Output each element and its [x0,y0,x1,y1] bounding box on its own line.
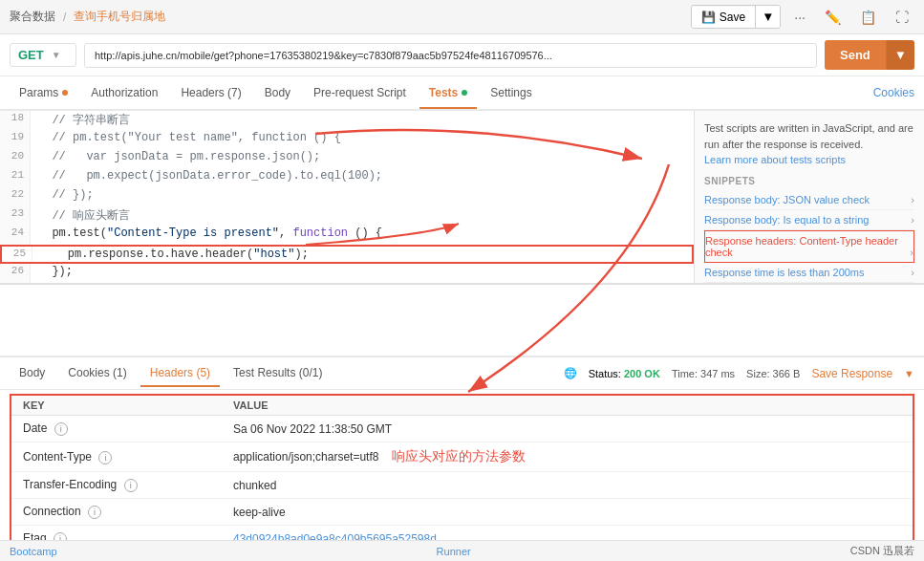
response-headers-table: KEY VALUE Date i Sa 06 Nov 2022 11:38:50… [11,396,913,552]
request-tabs: Params Authorization Headers (7) Body Pr… [0,76,924,111]
bottom-tab-testresults[interactable]: Test Results (0/1) [224,360,332,387]
send-button-group: Send ▼ [825,40,914,70]
time-text: Time: 347 ms [672,368,735,379]
value-cell: application/json;charset=utf8 响应头对应的方法参数 [222,442,913,472]
table-wrapper[interactable]: KEY VALUE Date i Sa 06 Nov 2022 11:38:50… [11,396,913,552]
edit-icon-button[interactable]: ✏️ [819,6,847,29]
info-icon[interactable]: i [88,506,101,519]
code-line-19: 19 // pm.test("Your test name", function… [0,130,694,149]
more-options-button[interactable]: ··· [788,6,811,29]
breadcrumb-part1[interactable]: 聚合数据 [10,9,55,25]
info-icon[interactable]: i [54,422,68,436]
snippets-intro: Test scripts are written in JavaScript, … [704,120,914,168]
params-dot [62,90,68,96]
snippets-label: SNIPPETS [704,176,914,186]
value-column-header: VALUE [222,396,913,416]
footer-csdn: CSDN 迅晨若 [850,544,914,558]
code-line-26: 26 }); [0,264,694,283]
snippet-item-2[interactable]: Response body: Is equal to a string › [704,210,914,230]
breadcrumb-part2[interactable]: 查询手机号归属地 [74,9,165,25]
response-headers-table-container: KEY VALUE Date i Sa 06 Nov 2022 11:38:50… [10,394,914,554]
value-cell: keep-alive [222,499,913,526]
code-editor[interactable]: 18 // 字符串断言 19 // pm.test("Your test nam… [0,111,695,283]
chevron-right-icon: › [910,247,913,258]
key-cell: Transfer-Encoding i [11,472,222,499]
bottom-section: Body Cookies (1) Headers (5) Test Result… [0,356,924,561]
tab-authorization[interactable]: Authorization [81,78,167,109]
snippet-item-4[interactable]: Response time is less than 200ms › [704,263,914,283]
table-row: Connection i keep-alive [11,499,913,526]
tab-params[interactable]: Params [10,78,77,109]
code-line-25: 25 pm.response.to.have.header("host"); [0,245,694,264]
tab-body[interactable]: Body [255,78,300,109]
table-row: Transfer-Encoding i chunked [11,472,913,499]
code-line-20: 20 // var jsonData = pm.response.json(); [0,149,694,168]
bottom-tab-cookies[interactable]: Cookies (1) [58,360,136,387]
status-text: Status: 200 OK [589,368,660,379]
code-line-18: 18 // 字符串断言 [0,111,694,130]
url-bar: GET ▼ Send ▼ [0,34,924,76]
tab-settings[interactable]: Settings [481,78,541,109]
snippet-item-5[interactable]: Status code: Successful POST request › [704,283,914,284]
status-ok: 200 OK [624,368,660,379]
top-bar: 聚合数据 / 查询手机号归属地 💾 Save ▼ ··· ✏️ 📋 ⛶ [0,0,924,34]
method-text: GET [18,48,44,62]
info-icon[interactable]: i [98,451,112,464]
table-row: Content-Type i application/json;charset=… [11,442,913,472]
key-cell: Connection i [11,499,222,526]
breadcrumb-sep: / [63,11,66,24]
value-cell: Sa 06 Nov 2022 11:38:50 GMT [222,416,913,442]
key-cell: Date i [11,416,222,442]
method-chevron-icon: ▼ [52,50,61,60]
save-response-button[interactable]: Save Response [811,367,892,380]
send-dropdown-button[interactable]: ▼ [886,40,914,70]
code-line-21: 21 // pm.expect(jsonData.error_code).to.… [0,168,694,187]
chinese-annotation: 响应头对应的方法参数 [392,448,526,464]
tab-prerequest[interactable]: Pre-request Script [304,78,416,109]
save-button-group: 💾 Save ▼ [691,5,782,29]
top-bar-actions: 💾 Save ▼ ··· ✏️ 📋 ⛶ [691,5,914,29]
bottom-tabs: Body Cookies (1) Headers (5) Test Result… [0,357,924,390]
chevron-right-icon: › [911,214,914,226]
tests-dot [462,90,467,96]
snippet-item-1[interactable]: Response body: JSON value check › [704,190,914,210]
save-icon: 💾 [701,11,716,24]
main-content: 18 // 字符串断言 19 // pm.test("Your test nam… [0,111,924,285]
save-response-chevron[interactable]: ▼ [904,368,914,379]
snippets-panel: Test scripts are written in JavaScript, … [695,111,924,283]
chevron-right-icon: › [911,194,914,205]
key-column-header: KEY [11,396,222,416]
chevron-right-icon: › [911,267,914,278]
save-dropdown-button[interactable]: ▼ [755,6,780,28]
response-status-bar: 🌐 Status: 200 OK Time: 347 ms Size: 366 … [564,367,914,380]
footer-bar: Bootcamp Runner CSDN 迅晨若 [0,540,924,561]
footer-bootcamp[interactable]: Bootcamp [10,546,57,557]
code-line-23: 23 // 响应头断言 [0,206,694,226]
learn-more-link[interactable]: Learn more about tests scripts [704,154,846,165]
info-icon[interactable]: i [124,479,138,492]
expand-icon-button[interactable]: ⛶ [890,6,914,29]
table-row: Date i Sa 06 Nov 2022 11:38:50 GMT [11,416,913,442]
key-cell: Content-Type i [11,442,222,472]
breadcrumb: 聚合数据 / 查询手机号归属地 [10,9,165,25]
snippet-item-3[interactable]: Response headers: Content-Type header ch… [704,230,914,263]
url-input[interactable] [84,43,817,68]
method-dropdown[interactable]: GET ▼ [10,43,76,67]
code-line-22: 22 // }); [0,187,694,206]
cookies-link[interactable]: Cookies [873,86,914,99]
save-button[interactable]: 💾 Save [692,7,755,28]
tab-headers[interactable]: Headers (7) [171,78,250,109]
footer-runner[interactable]: Runner [437,546,471,557]
globe-icon: 🌐 [564,367,577,379]
bottom-tab-headers[interactable]: Headers (5) [140,360,220,387]
bottom-tab-body[interactable]: Body [10,360,54,387]
value-cell: chunked [222,472,913,499]
size-text: Size: 366 B [746,368,800,379]
code-line-24: 24 pm.test("Content-Type is present", fu… [0,226,694,245]
copy-icon-button[interactable]: 📋 [854,6,882,29]
send-button[interactable]: Send [825,40,886,70]
tab-tests[interactable]: Tests [419,78,477,109]
